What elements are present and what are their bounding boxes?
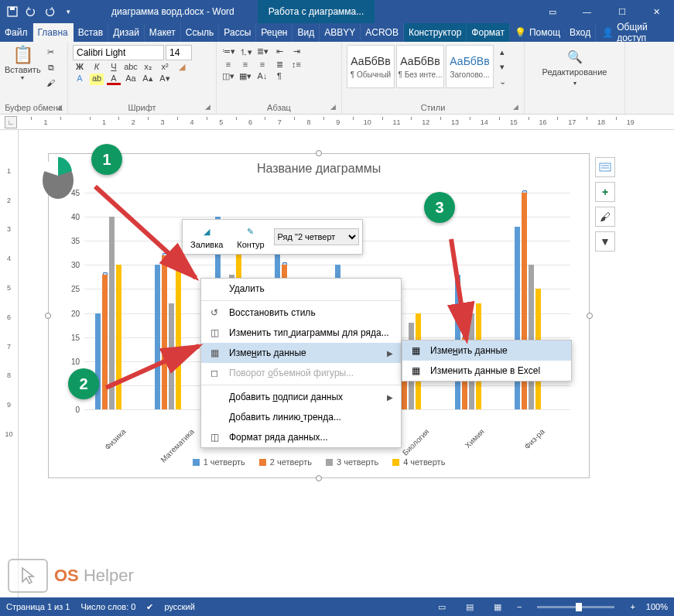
resize-handle-e[interactable] xyxy=(587,313,593,319)
format-painter-icon[interactable]: 🖌 xyxy=(44,76,58,90)
close-icon[interactable]: ✕ xyxy=(639,0,674,23)
minimize-icon[interactable]: — xyxy=(570,0,604,23)
tab-references[interactable]: Ссыль xyxy=(181,23,220,42)
spellcheck-icon[interactable]: ✔ xyxy=(146,602,153,612)
paragraph-launcher[interactable]: ◢ xyxy=(330,103,340,112)
chart-legend[interactable]: 1 четверть2 четверть3 четверть4 четверть xyxy=(49,457,589,467)
legend-item[interactable]: 1 четверть xyxy=(193,457,245,467)
styles-gallery[interactable]: АаБбВв¶ Обычный АаБбВв¶ Без инте... АаБб… xyxy=(347,45,519,88)
justify-icon[interactable]: ≣ xyxy=(272,60,286,70)
copy-icon[interactable]: ⧉ xyxy=(44,60,58,74)
outline-button[interactable]: ✎Контур xyxy=(232,223,269,251)
chart-filters-button[interactable]: ▼ xyxy=(595,231,615,252)
zoom-level[interactable]: 100% xyxy=(646,602,668,611)
editing-label[interactable]: Редактирование xyxy=(542,67,607,77)
tab-chart-design[interactable]: Конструктор xyxy=(404,23,467,42)
styles-launcher[interactable]: ◢ xyxy=(513,103,522,112)
numbering-icon[interactable]: ⒈▾ xyxy=(238,46,252,58)
style-normal[interactable]: АаБбВв¶ Обычный xyxy=(347,45,395,88)
style-heading1[interactable]: АаБбВвЗаголово... xyxy=(446,45,494,88)
bold-button[interactable]: Ж xyxy=(73,62,87,72)
chart-object[interactable]: Название диаграммы 051015202530354045Физ… xyxy=(48,153,590,478)
font-color-icon[interactable]: A xyxy=(107,74,121,85)
style-no-spacing[interactable]: АаБбВв¶ Без инте... xyxy=(396,45,444,88)
zoom-out-button[interactable]: − xyxy=(517,602,522,611)
highlight-icon[interactable]: ab xyxy=(90,74,104,85)
status-page[interactable]: Страница 1 из 1 xyxy=(6,602,70,611)
italic-button[interactable]: К xyxy=(90,62,104,72)
chart-elements-button[interactable]: + xyxy=(595,182,615,202)
find-icon[interactable]: 🔍 xyxy=(567,50,583,64)
tab-review[interactable]: Рецен xyxy=(256,23,293,42)
align-left-icon[interactable]: ≡ xyxy=(221,60,235,70)
ctx-item-2[interactable]: ◫Изменить тип диаграммы для ряда... xyxy=(201,323,401,343)
resize-handle-s[interactable] xyxy=(316,475,322,481)
font-name-input[interactable] xyxy=(73,45,164,60)
undo-icon[interactable] xyxy=(25,5,37,18)
tab-view[interactable]: Вид xyxy=(293,23,320,42)
layout-options-button[interactable] xyxy=(595,157,615,177)
legend-item[interactable]: 4 четверть xyxy=(392,457,445,467)
shrink-font-button[interactable]: A▾ xyxy=(158,74,172,85)
ctx-sub-item-0[interactable]: ▦Изменить данные xyxy=(402,341,571,361)
tab-acrobat[interactable]: ACROB xyxy=(361,23,404,42)
ctx-item-1[interactable]: ↺Восстановить стиль xyxy=(201,303,401,323)
shading-icon[interactable]: ◫▾ xyxy=(221,71,235,81)
bullets-icon[interactable]: ≔▾ xyxy=(221,46,235,58)
font-size-input[interactable] xyxy=(166,45,192,60)
save-icon[interactable] xyxy=(6,5,19,18)
print-layout-icon[interactable]: ▤ xyxy=(461,600,478,614)
decrease-indent-icon[interactable]: ⇤ xyxy=(272,46,286,58)
tab-design[interactable]: Дизай xyxy=(108,23,145,42)
strike-button[interactable]: abc xyxy=(124,62,138,72)
styles-scroll-down[interactable]: ▾ xyxy=(495,60,509,74)
tab-mailings[interactable]: Рассы xyxy=(219,23,256,42)
tab-home[interactable]: Главна xyxy=(33,23,74,42)
tab-abbyy[interactable]: ABBYY xyxy=(320,23,361,42)
sign-in-link[interactable]: Вход xyxy=(565,23,596,42)
styles-scroll-up[interactable]: ▴ xyxy=(495,45,509,59)
underline-button[interactable]: Ч xyxy=(107,62,121,72)
read-mode-icon[interactable]: ▭ xyxy=(433,600,450,614)
paste-button-label[interactable]: Вставить xyxy=(5,65,41,74)
redo-icon[interactable] xyxy=(43,5,56,18)
align-center-icon[interactable]: ≡ xyxy=(238,60,252,70)
qat-more-icon[interactable]: ▾ xyxy=(62,5,74,18)
tell-me-box[interactable]: 💡Помощ xyxy=(510,23,565,42)
vertical-ruler[interactable]: 12345678910 xyxy=(0,130,19,597)
ctx-sub-item-1[interactable]: ▦Изменить данные в Excel xyxy=(402,361,571,381)
horizontal-ruler[interactable]: ∟ 112345678910111213141516171819 xyxy=(0,115,674,130)
ctx-item-0[interactable]: Удалить xyxy=(201,279,401,299)
clipboard-launcher[interactable]: ◢ xyxy=(56,103,66,112)
align-right-icon[interactable]: ≡ xyxy=(255,60,269,70)
change-case-button[interactable]: Aa xyxy=(124,74,138,85)
cut-icon[interactable]: ✂ xyxy=(44,45,58,59)
font-launcher[interactable]: ◢ xyxy=(205,103,214,112)
show-marks-icon[interactable]: ¶ xyxy=(272,71,286,81)
maximize-icon[interactable]: ☐ xyxy=(604,0,639,23)
increase-indent-icon[interactable]: ⇥ xyxy=(289,46,303,58)
ctx-item-5[interactable]: Добавить подписи данных▶ xyxy=(201,387,401,407)
ctx-item-3[interactable]: ▦Изменить данные▶ xyxy=(201,343,401,363)
clear-format-icon[interactable]: ◢ xyxy=(175,62,189,72)
paste-icon[interactable]: 📋 xyxy=(12,45,33,65)
chart-title[interactable]: Название диаграммы xyxy=(49,154,589,180)
line-spacing-icon[interactable]: ↕≡ xyxy=(289,60,303,70)
resize-handle-w[interactable] xyxy=(45,313,51,319)
superscript-button[interactable]: x² xyxy=(158,62,172,72)
zoom-in-button[interactable]: + xyxy=(630,602,635,611)
fill-button[interactable]: ◢Заливка xyxy=(186,223,228,251)
legend-item[interactable]: 3 четверть xyxy=(326,457,378,467)
styles-more[interactable]: ⌄ xyxy=(495,74,509,88)
ctx-item-6[interactable]: Добавить линию тренда... xyxy=(201,407,401,427)
borders-icon[interactable]: ▦▾ xyxy=(238,71,252,81)
tab-layout[interactable]: Макет xyxy=(145,23,181,42)
tab-chart-format[interactable]: Формат xyxy=(467,23,510,42)
text-effects-icon[interactable]: A xyxy=(73,74,87,85)
legend-item[interactable]: 2 четверть xyxy=(259,457,312,467)
ribbon-options-icon[interactable]: ▭ xyxy=(535,0,570,23)
series-selector[interactable]: Ряд "2 четверт xyxy=(274,228,359,245)
web-layout-icon[interactable]: ▦ xyxy=(489,600,506,614)
tab-file[interactable]: Файл xyxy=(0,23,33,42)
zoom-slider[interactable] xyxy=(537,606,614,608)
